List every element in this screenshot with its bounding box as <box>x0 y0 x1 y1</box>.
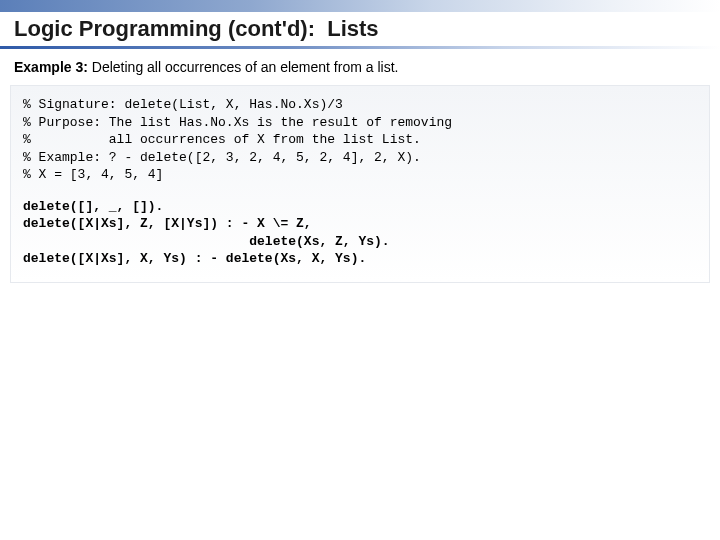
code-rule-3: delete([X|Xs], X, Ys) : - delete(Xs, X, … <box>23 251 366 266</box>
code-rule-2: delete([X|Xs], Z, [X|Ys]) : - X \= Z, <box>23 216 312 231</box>
slide: Logic Programming (cont'd): Lists Exampl… <box>0 0 720 540</box>
example-label-text: Deleting all occurrences of an element f… <box>88 59 398 75</box>
code-comment-3: % all occurrences of X from the list Lis… <box>23 132 421 147</box>
title-gradient-band <box>0 0 720 12</box>
title-sub: Lists <box>327 16 378 41</box>
code-box: % Signature: delete(List, X, Has.No.Xs)/… <box>10 85 710 283</box>
code-comment-1: % Signature: delete(List, X, Has.No.Xs)/… <box>23 97 343 112</box>
slide-title: Logic Programming (cont'd): Lists <box>0 12 720 44</box>
title-main: Logic Programming (cont'd): <box>14 16 315 41</box>
code-rule-2b: delete(Xs, Z, Ys). <box>23 234 390 249</box>
code-rules: delete([], _, []). delete([X|Xs], Z, [X|… <box>23 198 697 268</box>
code-comment-2: % Purpose: The list Has.No.Xs is the res… <box>23 115 452 130</box>
example-label: Example 3: Deleting all occurrences of a… <box>0 49 720 81</box>
code-rule-1: delete([], _, []). <box>23 199 163 214</box>
example-label-bold: Example 3: <box>14 59 88 75</box>
code-comment-5: % X = [3, 4, 5, 4] <box>23 167 163 182</box>
code-comment-4: % Example: ? - delete([2, 3, 2, 4, 5, 2,… <box>23 150 421 165</box>
